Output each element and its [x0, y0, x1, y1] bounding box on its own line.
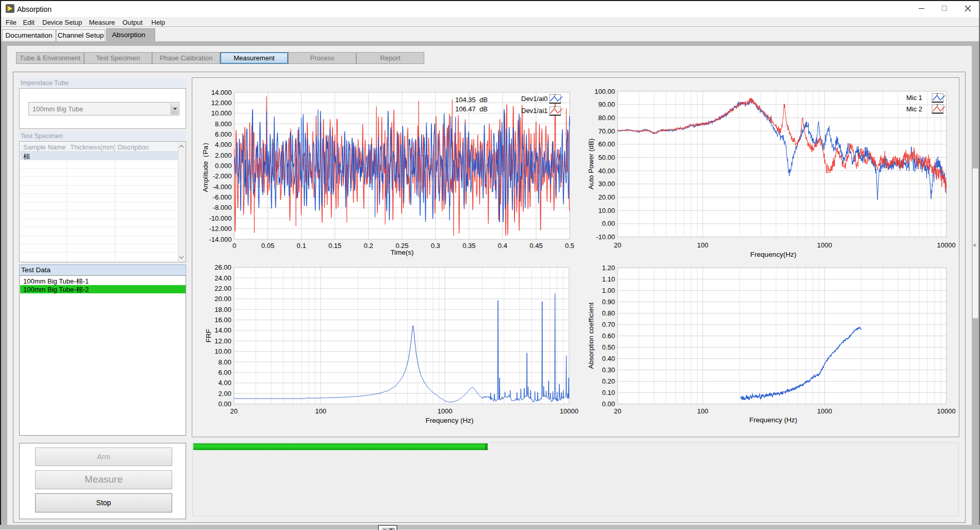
svg-text:24.00: 24.00: [214, 274, 231, 282]
svg-text:4.000: 4.000: [215, 141, 232, 148]
svg-text:0.15: 0.15: [328, 242, 341, 250]
svg-text:14.00: 14.00: [214, 326, 231, 334]
svg-text:2.00: 2.00: [218, 390, 231, 397]
svg-text:18.00: 18.00: [214, 306, 231, 313]
svg-text:14.000: 14.000: [211, 89, 232, 96]
svg-text:10.00: 10.00: [214, 347, 231, 355]
svg-text:100: 100: [315, 407, 326, 415]
svg-text:-14.000: -14.000: [209, 236, 231, 243]
svg-text:8.000: 8.000: [215, 120, 232, 128]
svg-text:22.00: 22.00: [214, 285, 231, 292]
svg-text:0.05: 0.05: [261, 242, 274, 250]
svg-text:-10.000: -10.000: [209, 214, 231, 222]
svg-text:Auto Power (dB): Auto Power (dB): [587, 138, 595, 189]
svg-text:0.00: 0.00: [602, 400, 615, 408]
svg-text:0.80: 0.80: [602, 309, 615, 317]
svg-text:0.20: 0.20: [602, 377, 615, 385]
svg-text:12.000: 12.000: [211, 99, 232, 107]
svg-text:26.00: 26.00: [214, 263, 231, 271]
svg-text:8.00: 8.00: [218, 358, 231, 366]
svg-text:10000: 10000: [937, 407, 956, 415]
svg-text:Dev1/ai1: Dev1/ai1: [521, 107, 547, 114]
svg-text:0.70: 0.70: [602, 321, 615, 328]
svg-text:50.00: 50.00: [598, 154, 615, 161]
svg-text:-10.00: -10.00: [596, 233, 615, 241]
svg-text:4.00: 4.00: [218, 379, 231, 387]
svg-text:0.00: 0.00: [218, 400, 231, 408]
svg-text:0.40: 0.40: [602, 355, 615, 362]
svg-text:Dev1/ai0: Dev1/ai0: [521, 95, 547, 103]
svg-text:Frequency (Hz): Frequency (Hz): [425, 417, 473, 424]
svg-text:90.00: 90.00: [598, 101, 615, 108]
svg-text:0.1: 0.1: [297, 242, 306, 250]
svg-text:0.5: 0.5: [565, 242, 574, 250]
svg-text:Frequency (Hz): Frequency (Hz): [749, 416, 797, 424]
svg-text:1.20: 1.20: [602, 264, 615, 272]
svg-text:106.47 dB: 106.47 dB: [455, 105, 488, 113]
svg-text:0.000: 0.000: [215, 162, 232, 170]
svg-text:0.90: 0.90: [602, 298, 615, 306]
svg-text:0.50: 0.50: [602, 343, 615, 351]
svg-text:0.00: 0.00: [602, 220, 615, 227]
svg-text:104.35 dB: 104.35 dB: [455, 96, 488, 104]
svg-text:6.000: 6.000: [215, 130, 232, 138]
svg-text:6.00: 6.00: [218, 369, 231, 376]
svg-text:0.10: 0.10: [602, 389, 615, 396]
svg-text:0.45: 0.45: [529, 242, 542, 250]
svg-text:1.00: 1.00: [602, 287, 615, 294]
svg-text:40.00: 40.00: [598, 167, 615, 175]
svg-text:0.4: 0.4: [498, 242, 507, 250]
svg-text:Absorption coefficient: Absorption coefficient: [587, 302, 595, 369]
svg-text:100: 100: [697, 407, 708, 415]
svg-text:-12.000: -12.000: [209, 225, 231, 233]
svg-text:10.00: 10.00: [598, 207, 615, 214]
svg-text:0.3: 0.3: [431, 242, 440, 250]
svg-text:20.00: 20.00: [598, 193, 615, 201]
svg-text:Amplitude（Pa）: Amplitude（Pa）: [202, 139, 209, 192]
svg-text:20.00: 20.00: [214, 295, 231, 303]
svg-text:1000: 1000: [817, 407, 832, 415]
svg-text:30.00: 30.00: [598, 180, 615, 188]
svg-text:0.60: 0.60: [602, 332, 615, 340]
svg-text:-4.000: -4.000: [213, 183, 232, 191]
svg-text:Mic 2: Mic 2: [906, 105, 922, 113]
svg-text:100.00: 100.00: [594, 88, 615, 95]
svg-text:20: 20: [614, 241, 621, 249]
svg-text:0.35: 0.35: [462, 242, 475, 250]
svg-text:2.000: 2.000: [215, 152, 232, 159]
svg-text:-2.000: -2.000: [213, 172, 232, 180]
svg-text:0: 0: [232, 242, 236, 250]
svg-text:0.2: 0.2: [364, 242, 373, 250]
svg-text:70.00: 70.00: [598, 127, 615, 135]
svg-text:20: 20: [614, 407, 621, 415]
svg-text:80.00: 80.00: [598, 114, 615, 122]
svg-text:-8.000: -8.000: [213, 204, 232, 211]
svg-text:Mic 1: Mic 1: [906, 94, 922, 102]
svg-text:1000: 1000: [438, 407, 453, 415]
svg-text:0.30: 0.30: [602, 366, 615, 374]
svg-text:10000: 10000: [937, 241, 956, 249]
svg-text:Time(s): Time(s): [390, 249, 413, 256]
svg-text:10000: 10000: [560, 407, 578, 415]
svg-text:1000: 1000: [817, 241, 832, 249]
svg-text:20: 20: [230, 407, 238, 415]
svg-text:100: 100: [697, 241, 708, 249]
svg-text:60.00: 60.00: [598, 140, 615, 148]
svg-text:FRF: FRF: [205, 329, 212, 342]
svg-text:10.000: 10.000: [211, 109, 232, 117]
svg-text:Frequency(Hz): Frequency(Hz): [750, 251, 796, 258]
svg-text:1.10: 1.10: [602, 275, 615, 283]
svg-text:16.00: 16.00: [214, 316, 231, 324]
svg-text:12.00: 12.00: [214, 337, 231, 345]
svg-text:-6.000: -6.000: [213, 193, 232, 201]
